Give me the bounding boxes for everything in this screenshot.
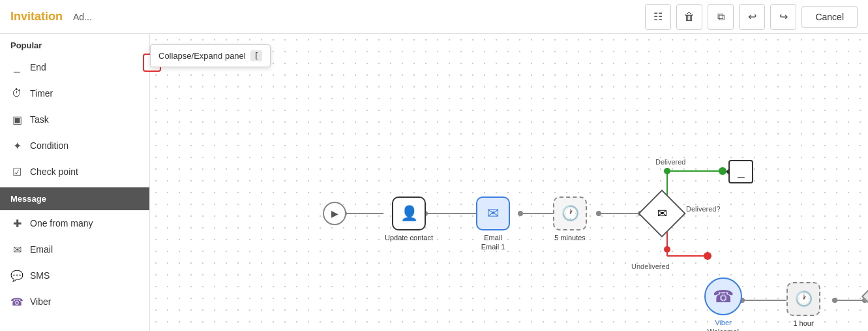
undo-icon-btn[interactable]: ↩	[739, 4, 765, 30]
popular-section-label: Popular	[0, 34, 149, 54]
sidebar-item-sms-label: SMS	[30, 270, 50, 281]
timer2-node[interactable]: 🕐 1 hour	[786, 282, 820, 328]
one-from-many-icon: ✚	[10, 217, 23, 230]
sidebar-item-email-label: Email	[30, 244, 53, 255]
update-contact-node[interactable]: 👤 Update contact	[385, 197, 433, 242]
message-section-label: Message	[0, 187, 149, 210]
start-node[interactable]: ▶	[323, 202, 346, 225]
viber1-label: Viber Welcome!	[708, 318, 740, 331]
viber-icon: ☎	[10, 295, 23, 308]
delivered-label1: Delivered?	[686, 205, 721, 213]
viber1-shape: ☎	[704, 277, 742, 315]
trash-icon-btn[interactable]: 🗑	[676, 4, 702, 30]
sidebar: Collapse/Expand panel [ ‹ Popular ⎯ End …	[0, 34, 150, 331]
email-blue-node[interactable]: ✉ Email Email 1	[476, 197, 510, 252]
svg-point-7	[596, 211, 601, 216]
svg-point-5	[518, 211, 523, 216]
sidebar-item-viber-label: Viber	[30, 296, 51, 307]
diamond2-shape: ✉	[861, 276, 868, 317]
sidebar-item-one-from-many-label: One from many	[30, 218, 93, 229]
sidebar-item-email[interactable]: ✉ Email	[0, 236, 149, 262]
sidebar-item-timer-label: Timer	[30, 88, 53, 99]
header-add: Ad...	[73, 12, 92, 22]
email-blue-shape: ✉	[476, 197, 510, 230]
sidebar-item-end[interactable]: ⎯ End	[0, 54, 149, 80]
timer1-node[interactable]: 🕐 5 minutes	[553, 197, 587, 242]
canvas-svg	[150, 34, 868, 331]
diamond1-shape: ✉	[638, 189, 686, 238]
delivered-top-label: Delivered	[655, 158, 685, 166]
sidebar-item-task-label: Task	[30, 114, 49, 125]
svg-point-16	[704, 252, 711, 260]
checkpoint-icon: ☑	[10, 165, 23, 178]
sidebar-item-condition[interactable]: ✦ Condition	[0, 133, 149, 159]
task-icon: ▣	[10, 113, 23, 126]
sidebar-item-checkpoint[interactable]: ☑ Check point	[0, 159, 149, 185]
svg-point-11	[664, 168, 670, 174]
sidebar-item-task[interactable]: ▣ Task	[0, 106, 149, 133]
update-contact-label: Update contact	[385, 233, 433, 242]
collapse-tooltip: Collapse/Expand panel [	[150, 44, 271, 67]
condition-icon: ✦	[10, 139, 23, 152]
end-icon: ⎯	[10, 61, 23, 74]
flow-canvas: ▶ 👤 Update contact ✉ Email Email 1 🕐	[150, 34, 868, 331]
timer2-shape: 🕐	[786, 282, 820, 316]
redo-icon-btn[interactable]: ↪	[770, 4, 796, 30]
sidebar-item-checkpoint-label: Check point	[30, 166, 78, 177]
end-top-node[interactable]: ⎯	[728, 160, 753, 183]
document-icon-btn[interactable]: ☷	[645, 4, 671, 30]
email-blue-label: Email Email 1	[481, 233, 505, 252]
tooltip-text: Collapse/Expand panel	[158, 51, 246, 61]
end-top-shape: ⎯	[728, 160, 753, 183]
email-icon: ✉	[10, 243, 23, 256]
sms-icon: 💬	[10, 269, 23, 282]
timer-icon: ⏱	[10, 87, 23, 100]
timer2-label: 1 hour	[793, 319, 813, 328]
timer1-label: 5 minutes	[554, 233, 586, 242]
sidebar-item-sms[interactable]: 💬 SMS	[0, 262, 149, 289]
sidebar-item-timer[interactable]: ⏱ Timer	[0, 80, 149, 106]
sidebar-item-end-label: End	[30, 62, 46, 72]
update-contact-shape: 👤	[392, 197, 426, 230]
svg-point-15	[664, 246, 670, 253]
undelivered-label: Undelivered	[631, 262, 670, 270]
start-shape: ▶	[323, 202, 346, 225]
page-title: Invitation	[10, 10, 63, 24]
timer1-shape: 🕐	[553, 197, 587, 230]
tooltip-key: [	[250, 50, 262, 61]
header-actions: ☷ 🗑 ⧉ ↩ ↪ Cancel	[645, 4, 858, 30]
viber1-node[interactable]: ☎ Viber Welcome!	[704, 277, 742, 331]
header: Invitation Ad... ☷ 🗑 ⧉ ↩ ↪ Cancel	[0, 0, 868, 34]
copy-icon-btn[interactable]: ⧉	[708, 4, 734, 30]
diamond1-node[interactable]: ✉	[645, 197, 679, 230]
sidebar-item-viber[interactable]: ☎ Viber	[0, 289, 149, 315]
sidebar-item-condition-label: Condition	[30, 140, 68, 151]
svg-point-20	[832, 298, 837, 303]
main-layout: Collapse/Expand panel [ ‹ Popular ⎯ End …	[0, 34, 868, 331]
cancel-button[interactable]: Cancel	[801, 6, 858, 28]
sidebar-item-one-from-many[interactable]: ✚ One from many	[0, 210, 149, 236]
